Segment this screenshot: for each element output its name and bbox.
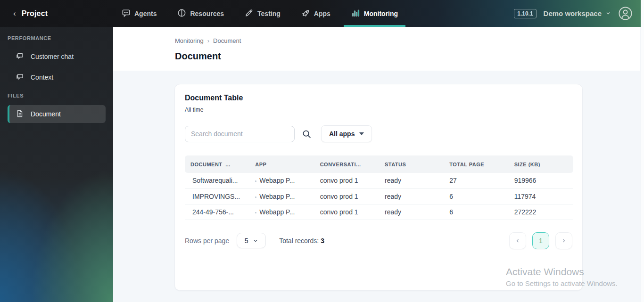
table-toolbar: All apps xyxy=(185,125,572,142)
chevron-down-icon xyxy=(605,9,611,17)
caret-down-icon xyxy=(359,132,364,135)
nav-item-resources[interactable]: Resources xyxy=(177,0,224,27)
col-size-kb[interactable]: SIZE (KB) xyxy=(509,155,573,173)
nav-label: Agents xyxy=(134,10,157,17)
cell-total-page: 6 xyxy=(444,188,508,204)
app-dot-icon xyxy=(255,212,256,213)
cell-conversation: convo prod 1 xyxy=(314,204,379,220)
cell-status: ready xyxy=(379,173,444,188)
prev-page-button[interactable] xyxy=(509,232,526,249)
cell-document: Softwarequali... xyxy=(185,173,249,188)
user-avatar[interactable] xyxy=(618,6,633,21)
app-dot-icon xyxy=(255,196,256,198)
workspace-name: Demo workspace xyxy=(544,9,602,17)
nav-label: Testing xyxy=(257,10,281,17)
top-nav: Agents Resources Testing xyxy=(113,0,398,27)
version-badge: 1.10.1 xyxy=(514,9,536,18)
sidebar-group-performance: PERFORMANCE Customer chat Context xyxy=(0,35,113,86)
total-records-label: Total records: xyxy=(279,237,319,245)
card-subtitle: All time xyxy=(185,106,572,113)
cell-size: 117974 xyxy=(509,188,573,204)
sidebar: PERFORMANCE Customer chat Context FILE xyxy=(0,27,113,302)
total-records: Total records:3 xyxy=(279,237,324,245)
card-title: Document Table xyxy=(185,94,572,102)
table-header: DOCUMENT_... APP CONVERSATI... STATUS TO… xyxy=(185,155,573,173)
app-dot-icon xyxy=(255,180,256,182)
breadcrumb-document[interactable]: Document xyxy=(213,37,241,44)
testing-pen-icon xyxy=(245,8,254,19)
nav-item-monitoring[interactable]: Monitoring xyxy=(351,0,398,27)
breadcrumb-separator: › xyxy=(207,37,209,44)
col-document-id[interactable]: DOCUMENT_... xyxy=(185,155,249,173)
back-chevron-icon[interactable]: ‹ xyxy=(13,9,16,17)
sidebar-item-label: Customer chat xyxy=(31,53,74,60)
cell-size: 272222 xyxy=(509,204,573,220)
rows-per-page-select[interactable]: 5 xyxy=(237,233,266,248)
sidebar-item-customer-chat[interactable]: Customer chat xyxy=(8,48,106,65)
cell-app: Webapp P... xyxy=(249,173,314,188)
table-row[interactable]: 244-49-756-... Webapp P... convo prod 1 … xyxy=(185,204,573,220)
cell-document: IMPROVINGS... xyxy=(185,188,249,204)
project-title: Project xyxy=(22,9,48,18)
sidebar-group-label: FILES xyxy=(0,93,113,98)
chevron-down-icon xyxy=(253,238,258,244)
apps-rocket-icon xyxy=(301,8,310,19)
cell-status: ready xyxy=(379,188,444,204)
nav-label: Monitoring xyxy=(364,10,398,17)
cell-size: 919966 xyxy=(509,173,573,188)
nav-label: Resources xyxy=(190,10,224,17)
document-icon xyxy=(16,109,24,119)
rows-per-page-value: 5 xyxy=(245,237,248,245)
filter-label: All apps xyxy=(329,130,355,138)
rows-per-page-label: Rows per page xyxy=(185,237,229,245)
active-tab-underline xyxy=(344,25,405,27)
nav-item-testing[interactable]: Testing xyxy=(245,0,281,27)
all-apps-dropdown[interactable]: All apps xyxy=(321,125,372,142)
col-total-page[interactable]: TOTAL PAGE xyxy=(444,155,508,173)
sidebar-item-document[interactable]: Document xyxy=(8,105,106,123)
cell-total-page: 6 xyxy=(444,204,508,220)
cell-app: Webapp P... xyxy=(249,188,314,204)
chevron-right-icon xyxy=(561,238,567,244)
col-conversation[interactable]: CONVERSATI... xyxy=(314,155,379,173)
total-records-value: 3 xyxy=(321,237,324,245)
sidebar-item-context[interactable]: Context xyxy=(8,68,106,86)
topbar-right: 1.10.1 Demo workspace xyxy=(514,6,644,21)
col-status[interactable]: STATUS xyxy=(379,155,444,173)
col-app[interactable]: APP xyxy=(249,155,314,173)
table-row[interactable]: Softwarequali... Webapp P... convo prod … xyxy=(185,173,573,188)
cell-app: Webapp P... xyxy=(249,204,314,220)
search-icon[interactable] xyxy=(302,129,312,139)
breadcrumb-monitoring[interactable]: Monitoring xyxy=(175,37,204,44)
cell-conversation: convo prod 1 xyxy=(314,173,379,188)
workspace-dropdown[interactable]: Demo workspace xyxy=(544,9,611,17)
chat-icon xyxy=(16,52,24,62)
chevron-left-icon xyxy=(515,238,520,244)
content-area: Document Table All time All apps DOCUMEN… xyxy=(113,71,640,302)
next-page-button[interactable] xyxy=(555,232,572,249)
cell-status: ready xyxy=(379,204,444,220)
pagination: 1 xyxy=(509,232,572,249)
cell-total-page: 27 xyxy=(444,173,508,188)
sidebar-group-label: PERFORMANCE xyxy=(0,35,113,41)
table-footer: Rows per page 5 Total records:3 1 xyxy=(185,232,572,249)
agents-chat-icon xyxy=(122,8,131,19)
search-input[interactable] xyxy=(185,126,295,142)
table-row[interactable]: IMPROVINGS... Webapp P... convo prod 1 r… xyxy=(185,188,573,204)
nav-label: Apps xyxy=(314,10,330,17)
top-navigation-bar: ‹ Project Agents Reso xyxy=(0,0,644,27)
cell-conversation: convo prod 1 xyxy=(314,188,379,204)
page-1-button[interactable]: 1 xyxy=(532,232,549,249)
vertical-scrollbar[interactable] xyxy=(641,0,644,302)
resources-icon xyxy=(177,8,186,19)
brand-area: ‹ Project xyxy=(0,9,113,18)
page-title: Document xyxy=(175,51,640,62)
breadcrumb: Monitoring › Document xyxy=(175,37,640,44)
nav-item-agents[interactable]: Agents xyxy=(122,0,157,27)
sidebar-item-label: Context xyxy=(31,73,53,81)
chat-icon xyxy=(16,73,24,82)
sidebar-group-files: FILES Document xyxy=(0,93,113,123)
nav-item-apps[interactable]: Apps xyxy=(301,0,330,27)
sidebar-item-label: Document xyxy=(31,110,61,118)
monitoring-bars-icon xyxy=(351,8,360,19)
